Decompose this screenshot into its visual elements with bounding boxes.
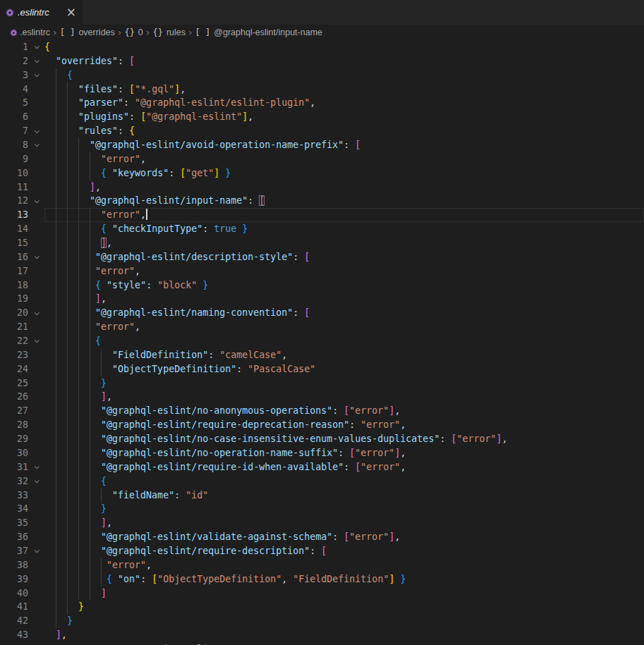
line-number[interactable]: 17 bbox=[0, 264, 28, 278]
line-number[interactable]: 38 bbox=[0, 558, 28, 572]
fold-chevron-icon[interactable] bbox=[28, 68, 44, 82]
code-line[interactable]: 37 "@graphql-eslint/require-description"… bbox=[0, 544, 644, 558]
line-number[interactable]: 4 bbox=[0, 82, 28, 97]
line-number[interactable]: 20 bbox=[0, 306, 28, 320]
line-number[interactable]: 2 bbox=[0, 54, 28, 68]
fold-chevron-icon[interactable] bbox=[28, 474, 44, 489]
fold-chevron-icon[interactable] bbox=[28, 460, 44, 474]
code-line[interactable]: 9 "error", bbox=[0, 152, 644, 166]
breadcrumb-item[interactable]: .eslintrc bbox=[11, 27, 50, 37]
line-number[interactable]: 10 bbox=[0, 166, 28, 180]
code-line[interactable]: 44 "parser": "@typescript-eslint/parser" bbox=[0, 642, 644, 645]
line-number[interactable]: 7 bbox=[0, 124, 28, 138]
code-line[interactable]: 36 "@graphql-eslint/validate-against-sch… bbox=[0, 530, 644, 544]
code-line[interactable]: 23 "FieldDefinition": "camelCase", bbox=[0, 348, 644, 362]
close-icon[interactable]: × bbox=[66, 6, 76, 18]
line-number[interactable]: 6 bbox=[0, 110, 28, 124]
code-line[interactable]: 18 { "style": "block" } bbox=[0, 278, 644, 293]
breadcrumb-item[interactable]: [ ]overrides bbox=[60, 27, 115, 37]
fold-chevron-icon[interactable] bbox=[28, 544, 44, 558]
line-number[interactable]: 32 bbox=[0, 474, 28, 489]
line-number[interactable]: 9 bbox=[0, 152, 28, 166]
line-number[interactable]: 26 bbox=[0, 390, 28, 404]
line-number[interactable]: 11 bbox=[0, 180, 28, 195]
line-number[interactable]: 39 bbox=[0, 572, 28, 586]
code-line[interactable]: 43 ], bbox=[0, 628, 644, 642]
code-line[interactable]: 14 { "checkInputType": true } bbox=[0, 222, 644, 236]
line-number[interactable]: 27 bbox=[0, 404, 28, 418]
breadcrumb-item[interactable]: {}rules bbox=[152, 27, 186, 37]
line-number[interactable]: 35 bbox=[0, 516, 28, 530]
code-line[interactable]: 39 { "on": ["ObjectTypeDefinition", "Fie… bbox=[0, 572, 644, 586]
line-number[interactable]: 28 bbox=[0, 418, 28, 432]
line-number[interactable]: 34 bbox=[0, 502, 28, 516]
code-line[interactable]: 40 ] bbox=[0, 586, 644, 601]
code-line[interactable]: 30 "@graphql-eslint/no-operation-name-su… bbox=[0, 446, 644, 460]
line-number[interactable]: 12 bbox=[0, 194, 28, 208]
fold-chevron-icon[interactable] bbox=[28, 194, 44, 208]
line-number[interactable]: 31 bbox=[0, 460, 28, 474]
line-number[interactable]: 37 bbox=[0, 544, 28, 558]
code-line[interactable]: 19 ], bbox=[0, 292, 644, 306]
fold-chevron-icon[interactable] bbox=[28, 306, 44, 320]
code-line[interactable]: 16 "@graphql-eslint/description-style": … bbox=[0, 250, 644, 264]
line-number[interactable]: 19 bbox=[0, 292, 28, 306]
line-number[interactable]: 43 bbox=[0, 628, 28, 642]
line-number[interactable]: 30 bbox=[0, 446, 28, 460]
code-line[interactable]: 2 "overrides": [ bbox=[0, 54, 644, 68]
line-number[interactable]: 36 bbox=[0, 530, 28, 544]
line-number[interactable]: 23 bbox=[0, 348, 28, 362]
code-line[interactable]: 1{ bbox=[0, 40, 644, 54]
line-number[interactable]: 42 bbox=[0, 614, 28, 628]
line-number[interactable]: 40 bbox=[0, 586, 28, 601]
line-number[interactable]: 18 bbox=[0, 278, 28, 293]
code-line[interactable]: 5 "parser": "@graphql-eslint/eslint-plug… bbox=[0, 96, 644, 110]
code-line[interactable]: 15 ], bbox=[0, 236, 644, 250]
code-line[interactable]: 13 "error", bbox=[0, 208, 644, 222]
fold-chevron-icon[interactable] bbox=[28, 124, 44, 138]
code-line[interactable]: 3 { bbox=[0, 68, 644, 82]
code-line[interactable]: 28 "@graphql-eslint/require-deprecation-… bbox=[0, 418, 644, 432]
code-line[interactable]: 31 "@graphql-eslint/require-id-when-avai… bbox=[0, 460, 644, 474]
line-number[interactable]: 16 bbox=[0, 250, 28, 264]
tab-eslintrc[interactable]: .eslintrc × bbox=[0, 0, 83, 25]
code-line[interactable]: 12 "@graphql-eslint/input-name": [ bbox=[0, 194, 644, 208]
line-number[interactable]: 5 bbox=[0, 96, 28, 110]
line-number[interactable]: 14 bbox=[0, 222, 28, 236]
code-line[interactable]: 38 "error", bbox=[0, 558, 644, 572]
code-line[interactable]: 42 } bbox=[0, 614, 644, 628]
line-number[interactable]: 8 bbox=[0, 138, 28, 152]
code-line[interactable]: 25 } bbox=[0, 376, 644, 391]
code-line[interactable]: 41 } bbox=[0, 600, 644, 614]
line-number[interactable]: 1 bbox=[0, 40, 28, 54]
code-line[interactable]: 34 } bbox=[0, 502, 644, 516]
code-line[interactable]: 7 "rules": { bbox=[0, 124, 644, 138]
line-number[interactable]: 29 bbox=[0, 432, 28, 446]
code-line[interactable]: 21 "error", bbox=[0, 320, 644, 334]
code-line[interactable]: 26 ], bbox=[0, 390, 644, 404]
line-number[interactable]: 44 bbox=[0, 642, 28, 645]
code-line[interactable]: 35 ], bbox=[0, 516, 644, 530]
code-line[interactable]: 24 "ObjectTypeDefinition": "PascalCase" bbox=[0, 362, 644, 376]
code-line[interactable]: 33 "fieldName": "id" bbox=[0, 489, 644, 503]
code-line[interactable]: 8 "@graphql-eslint/avoid-operation-name-… bbox=[0, 138, 644, 152]
code-line[interactable]: 20 "@graphql-eslint/naming-convention": … bbox=[0, 306, 644, 320]
breadcrumb-item[interactable]: {}0 bbox=[124, 27, 142, 37]
fold-chevron-icon[interactable] bbox=[28, 138, 44, 152]
breadcrumb-item[interactable]: [ ]@graphql-eslint/input-name bbox=[195, 27, 322, 37]
line-number[interactable]: 21 bbox=[0, 320, 28, 334]
code-line[interactable]: 6 "plugins": ["@graphql-eslint"], bbox=[0, 110, 644, 124]
line-number[interactable]: 33 bbox=[0, 489, 28, 503]
fold-chevron-icon[interactable] bbox=[28, 250, 44, 264]
line-number[interactable]: 22 bbox=[0, 334, 28, 348]
line-number[interactable]: 24 bbox=[0, 362, 28, 376]
code-line[interactable]: 29 "@graphql-eslint/no-case-insensitive-… bbox=[0, 432, 644, 446]
code-line[interactable]: 17 "error", bbox=[0, 264, 644, 278]
code-line[interactable]: 11 ], bbox=[0, 180, 644, 195]
line-number[interactable]: 3 bbox=[0, 68, 28, 82]
line-number[interactable]: 15 bbox=[0, 236, 28, 250]
code-line[interactable]: 4 "files": ["*.gql"], bbox=[0, 82, 644, 97]
line-number[interactable]: 13 bbox=[0, 208, 28, 222]
code-line[interactable]: 22 { bbox=[0, 334, 644, 348]
fold-chevron-icon[interactable] bbox=[28, 334, 44, 348]
